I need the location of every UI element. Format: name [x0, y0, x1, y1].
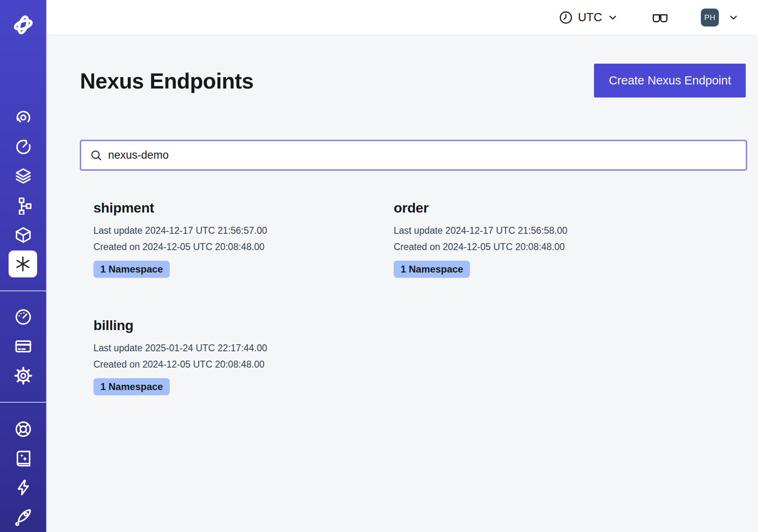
sidebar	[0, 0, 47, 532]
nexus-icon	[15, 256, 31, 272]
usage-icon	[14, 308, 32, 326]
app-window: UTC PH Nexus Endpoints Create Nexus	[0, 0, 758, 532]
search-input[interactable]	[108, 149, 737, 162]
sidebar-item-nexus[interactable]	[9, 250, 37, 277]
endpoint-card-shipment[interactable]: shipment Last update 2024-12-17 UTC 21:5…	[93, 200, 394, 278]
sidebar-item-schedules[interactable]	[0, 137, 46, 157]
topbar: UTC PH	[47, 0, 758, 35]
search-bar	[80, 140, 747, 171]
sidebar-divider	[0, 402, 46, 403]
avatar-initials: PH	[704, 13, 715, 22]
sidebar-item-getting-started[interactable]	[0, 507, 46, 527]
endpoint-created-on: Created on 2024-12-05 UTC 20:08:48.00	[93, 239, 394, 255]
schedules-icon	[14, 138, 32, 156]
page-header: Nexus Endpoints Create Nexus Endpoint	[80, 64, 746, 98]
sidebar-item-settings[interactable]	[0, 366, 46, 386]
temporal-logo-icon	[11, 12, 36, 38]
quick-actions-icon	[14, 479, 32, 497]
clock-icon	[559, 11, 573, 24]
chevron-down-icon	[728, 12, 739, 23]
support-icon	[14, 420, 32, 438]
home-logo-link[interactable]	[0, 12, 46, 38]
main-content: Nexus Endpoints Create Nexus Endpoint sh…	[47, 35, 758, 532]
sidebar-item-billing[interactable]	[0, 336, 46, 357]
timezone-picker[interactable]: UTC	[559, 11, 618, 24]
endpoint-name: order	[394, 200, 694, 216]
endpoint-last-update: Last update 2025-01-24 UTC 22:17:44.00	[93, 340, 394, 356]
endpoint-name: shipment	[93, 200, 394, 216]
namespace-count-badge: 1 Namespace	[394, 261, 470, 278]
endpoint-name: billing	[93, 317, 394, 333]
endpoint-last-update: Last update 2024-12-17 UTC 21:56:58.00	[394, 222, 694, 239]
namespace-count-badge: 1 Namespace	[93, 261, 170, 278]
endpoint-created-on: Created on 2024-12-05 UTC 20:08:48.00	[394, 239, 694, 255]
sidebar-item-workflows[interactable]	[0, 107, 46, 128]
page-title: Nexus Endpoints	[80, 69, 253, 93]
create-nexus-endpoint-button[interactable]: Create Nexus Endpoint	[594, 64, 746, 98]
avatar: PH	[701, 9, 719, 27]
sidebar-item-usage[interactable]	[0, 307, 46, 327]
sidebar-item-namespaces[interactable]	[0, 225, 46, 245]
deployments-icon	[14, 167, 32, 185]
sidebar-item-batch-operations[interactable]	[0, 195, 46, 216]
settings-icon	[14, 367, 32, 385]
docs-icon	[14, 450, 32, 468]
getting-started-icon	[14, 508, 32, 526]
batch-operations-icon	[14, 197, 32, 215]
endpoint-card-grid: shipment Last update 2024-12-17 UTC 21:5…	[93, 200, 746, 395]
endpoint-card-billing[interactable]: billing Last update 2025-01-24 UTC 22:17…	[93, 317, 394, 395]
workflows-icon	[14, 109, 32, 126]
account-menu[interactable]: PH	[701, 9, 739, 27]
timezone-label: UTC	[578, 11, 602, 24]
glasses-icon	[652, 9, 668, 26]
sidebar-divider	[0, 290, 46, 291]
namespaces-icon	[14, 226, 32, 244]
endpoint-created-on: Created on 2024-12-05 UTC 20:08:48.00	[93, 356, 394, 372]
chevron-down-icon	[607, 12, 618, 23]
namespace-count-badge: 1 Namespace	[93, 378, 170, 395]
search-icon	[90, 149, 102, 162]
billing-icon	[14, 337, 32, 355]
endpoint-card-order[interactable]: order Last update 2024-12-17 UTC 21:56:5…	[394, 200, 694, 278]
sidebar-item-quick-actions[interactable]	[0, 477, 46, 498]
sidebar-item-docs[interactable]	[0, 448, 46, 469]
sidebar-item-deployments[interactable]	[0, 166, 46, 186]
labs-mode-toggle[interactable]	[652, 9, 668, 26]
sidebar-item-support[interactable]	[0, 419, 46, 439]
endpoint-last-update: Last update 2024-12-17 UTC 21:56:57.00	[93, 222, 394, 239]
